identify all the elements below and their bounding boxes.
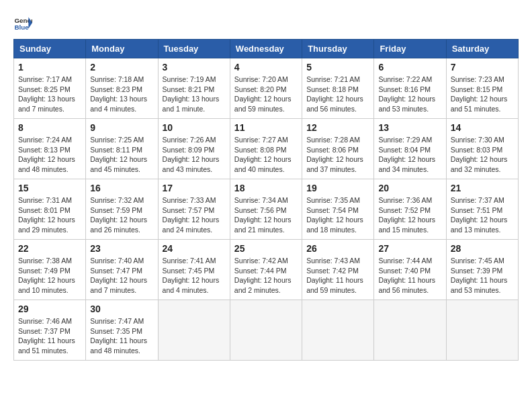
calendar-day-cell: 2 Sunrise: 7:18 AM Sunset: 8:23 PM Dayli… [86, 58, 158, 119]
day-number: 11 [234, 122, 298, 133]
day-number: 18 [234, 183, 298, 193]
day-info: Sunrise: 7:38 AM Sunset: 7:49 PM Dayligh… [18, 256, 81, 295]
calendar-day-cell: 9 Sunrise: 7:25 AM Sunset: 8:11 PM Dayli… [86, 119, 158, 179]
day-info: Sunrise: 7:33 AM Sunset: 7:57 PM Dayligh… [163, 195, 226, 235]
day-info: Sunrise: 7:24 AM Sunset: 8:13 PM Dayligh… [18, 135, 81, 175]
calendar-day-cell [158, 300, 230, 361]
calendar-day-cell: 6 Sunrise: 7:22 AM Sunset: 8:16 PM Dayli… [374, 58, 446, 119]
day-number: 4 [234, 62, 298, 73]
day-info: Sunrise: 7:27 AM Sunset: 8:08 PM Dayligh… [234, 135, 298, 175]
calendar-week-row: 1 Sunrise: 7:17 AM Sunset: 8:25 PM Dayli… [14, 58, 519, 119]
day-info: Sunrise: 7:32 AM Sunset: 7:59 PM Dayligh… [90, 195, 153, 235]
day-info: Sunrise: 7:30 AM Sunset: 8:03 PM Dayligh… [451, 135, 514, 175]
day-info: Sunrise: 7:40 AM Sunset: 7:47 PM Dayligh… [90, 256, 153, 295]
day-info: Sunrise: 7:17 AM Sunset: 8:25 PM Dayligh… [18, 75, 81, 114]
calendar-day-cell: 29 Sunrise: 7:46 AM Sunset: 7:37 PM Dayl… [14, 300, 86, 361]
logo-icon: General Blue [13, 13, 32, 32]
calendar-day-cell: 10 Sunrise: 7:26 AM Sunset: 8:09 PM Dayl… [158, 119, 230, 179]
day-info: Sunrise: 7:34 AM Sunset: 7:56 PM Dayligh… [234, 195, 298, 235]
day-number: 28 [451, 243, 514, 254]
weekday-header-tuesday: Tuesday [158, 40, 230, 58]
day-number: 5 [306, 62, 369, 73]
calendar-day-cell: 21 Sunrise: 7:37 AM Sunset: 7:51 PM Dayl… [446, 179, 518, 240]
calendar-day-cell: 23 Sunrise: 7:40 AM Sunset: 7:47 PM Dayl… [86, 240, 158, 300]
calendar-day-cell: 18 Sunrise: 7:34 AM Sunset: 7:56 PM Dayl… [230, 179, 302, 240]
calendar-day-cell: 28 Sunrise: 7:45 AM Sunset: 7:39 PM Dayl… [446, 240, 518, 300]
calendar-day-cell [446, 300, 518, 361]
calendar-day-cell: 16 Sunrise: 7:32 AM Sunset: 7:59 PM Dayl… [86, 179, 158, 240]
day-number: 24 [163, 243, 226, 254]
calendar-week-row: 15 Sunrise: 7:31 AM Sunset: 8:01 PM Dayl… [14, 179, 519, 240]
day-number: 15 [18, 183, 81, 193]
day-info: Sunrise: 7:19 AM Sunset: 8:21 PM Dayligh… [163, 75, 226, 114]
calendar-day-cell: 11 Sunrise: 7:27 AM Sunset: 8:08 PM Dayl… [230, 119, 302, 179]
calendar-day-cell [302, 300, 374, 361]
calendar-day-cell: 27 Sunrise: 7:44 AM Sunset: 7:40 PM Dayl… [374, 240, 446, 300]
day-number: 21 [451, 183, 514, 193]
calendar-day-cell: 8 Sunrise: 7:24 AM Sunset: 8:13 PM Dayli… [14, 119, 86, 179]
calendar-day-cell: 5 Sunrise: 7:21 AM Sunset: 8:18 PM Dayli… [302, 58, 374, 119]
weekday-header-sunday: Sunday [14, 40, 86, 58]
day-info: Sunrise: 7:23 AM Sunset: 8:15 PM Dayligh… [451, 75, 514, 114]
calendar-day-cell: 26 Sunrise: 7:43 AM Sunset: 7:42 PM Dayl… [302, 240, 374, 300]
day-info: Sunrise: 7:43 AM Sunset: 7:42 PM Dayligh… [306, 256, 369, 295]
svg-text:Blue: Blue [14, 24, 29, 31]
day-number: 6 [378, 62, 441, 73]
calendar-day-cell: 24 Sunrise: 7:41 AM Sunset: 7:45 PM Dayl… [158, 240, 230, 300]
day-number: 22 [18, 243, 81, 254]
calendar-day-cell: 22 Sunrise: 7:38 AM Sunset: 7:49 PM Dayl… [14, 240, 86, 300]
calendar-day-cell: 14 Sunrise: 7:30 AM Sunset: 8:03 PM Dayl… [446, 119, 518, 179]
calendar-day-cell: 30 Sunrise: 7:47 AM Sunset: 7:35 PM Dayl… [86, 300, 158, 361]
logo: General Blue [13, 13, 35, 32]
day-number: 16 [90, 183, 153, 193]
day-info: Sunrise: 7:46 AM Sunset: 7:37 PM Dayligh… [18, 316, 81, 356]
calendar-week-row: 29 Sunrise: 7:46 AM Sunset: 7:37 PM Dayl… [14, 300, 519, 361]
day-number: 12 [306, 122, 369, 133]
day-number: 30 [90, 304, 153, 314]
day-info: Sunrise: 7:42 AM Sunset: 7:44 PM Dayligh… [234, 256, 298, 295]
day-number: 7 [451, 62, 514, 73]
day-number: 1 [18, 62, 81, 73]
day-number: 19 [306, 183, 369, 193]
day-info: Sunrise: 7:36 AM Sunset: 7:52 PM Dayligh… [378, 195, 441, 235]
day-info: Sunrise: 7:45 AM Sunset: 7:39 PM Dayligh… [451, 256, 514, 295]
calendar-day-cell [230, 300, 302, 361]
day-number: 2 [90, 62, 153, 73]
weekday-header-monday: Monday [86, 40, 158, 58]
calendar-day-cell: 12 Sunrise: 7:28 AM Sunset: 8:06 PM Dayl… [302, 119, 374, 179]
calendar-week-row: 22 Sunrise: 7:38 AM Sunset: 7:49 PM Dayl… [14, 240, 519, 300]
day-number: 13 [378, 122, 441, 133]
day-info: Sunrise: 7:25 AM Sunset: 8:11 PM Dayligh… [90, 135, 153, 175]
day-info: Sunrise: 7:31 AM Sunset: 8:01 PM Dayligh… [18, 195, 81, 235]
day-number: 14 [451, 122, 514, 133]
day-info: Sunrise: 7:41 AM Sunset: 7:45 PM Dayligh… [163, 256, 226, 295]
day-number: 20 [378, 183, 441, 193]
day-info: Sunrise: 7:18 AM Sunset: 8:23 PM Dayligh… [90, 75, 153, 114]
weekday-header-thursday: Thursday [302, 40, 374, 58]
day-number: 10 [163, 122, 226, 133]
calendar-table: SundayMondayTuesdayWednesdayThursdayFrid… [13, 39, 519, 361]
weekday-header-wednesday: Wednesday [230, 40, 302, 58]
day-info: Sunrise: 7:22 AM Sunset: 8:16 PM Dayligh… [378, 75, 441, 114]
day-info: Sunrise: 7:21 AM Sunset: 8:18 PM Dayligh… [306, 75, 369, 114]
calendar-day-cell: 17 Sunrise: 7:33 AM Sunset: 7:57 PM Dayl… [158, 179, 230, 240]
day-number: 29 [18, 304, 81, 314]
day-info: Sunrise: 7:35 AM Sunset: 7:54 PM Dayligh… [306, 195, 369, 235]
day-number: 25 [234, 243, 298, 254]
weekday-header-friday: Friday [374, 40, 446, 58]
day-info: Sunrise: 7:28 AM Sunset: 8:06 PM Dayligh… [306, 135, 369, 175]
day-number: 27 [378, 243, 441, 254]
calendar-day-cell: 7 Sunrise: 7:23 AM Sunset: 8:15 PM Dayli… [446, 58, 518, 119]
calendar-week-row: 8 Sunrise: 7:24 AM Sunset: 8:13 PM Dayli… [14, 119, 519, 179]
day-info: Sunrise: 7:20 AM Sunset: 8:20 PM Dayligh… [234, 75, 298, 114]
day-number: 9 [90, 122, 153, 133]
calendar-day-cell: 20 Sunrise: 7:36 AM Sunset: 7:52 PM Dayl… [374, 179, 446, 240]
day-info: Sunrise: 7:26 AM Sunset: 8:09 PM Dayligh… [163, 135, 226, 175]
calendar-day-cell: 4 Sunrise: 7:20 AM Sunset: 8:20 PM Dayli… [230, 58, 302, 119]
page-header: General Blue [13, 13, 519, 32]
day-number: 23 [90, 243, 153, 254]
calendar-day-cell: 25 Sunrise: 7:42 AM Sunset: 7:44 PM Dayl… [230, 240, 302, 300]
day-info: Sunrise: 7:47 AM Sunset: 7:35 PM Dayligh… [90, 316, 153, 356]
calendar-day-cell: 3 Sunrise: 7:19 AM Sunset: 8:21 PM Dayli… [158, 58, 230, 119]
calendar-day-cell: 13 Sunrise: 7:29 AM Sunset: 8:04 PM Dayl… [374, 119, 446, 179]
